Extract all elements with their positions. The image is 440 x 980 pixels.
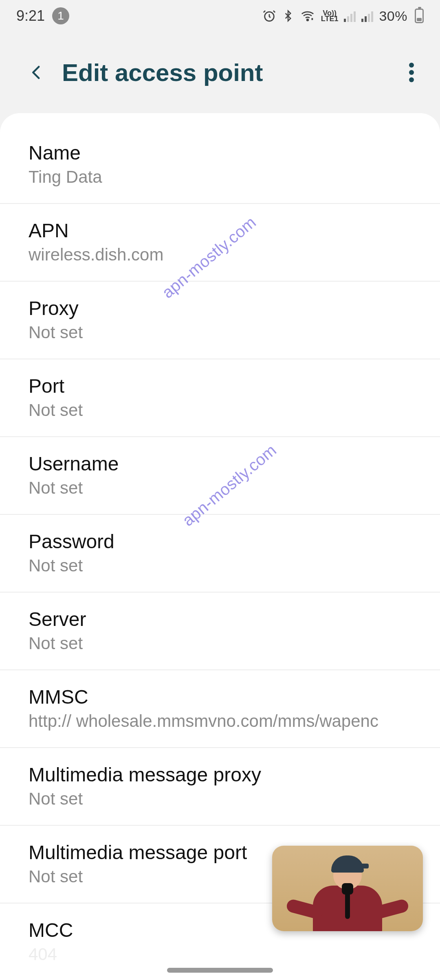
picture-in-picture-window[interactable] <box>272 846 423 931</box>
signal-bars-sim2-icon <box>361 10 373 22</box>
row-label: APN <box>29 219 411 242</box>
row-mms-proxy[interactable]: Multimedia message proxy Not set <box>0 748 440 826</box>
row-apn[interactable]: APN wireless.dish.com <box>0 204 440 282</box>
row-proxy[interactable]: Proxy Not set <box>0 282 440 359</box>
page-title: Edit access point <box>62 59 399 87</box>
alarm-icon <box>262 9 276 23</box>
row-label: Port <box>29 375 411 397</box>
chevron-left-icon <box>28 64 45 81</box>
row-value: wireless.dish.com <box>29 245 411 265</box>
row-value: Not set <box>29 400 411 420</box>
svg-point-2 <box>409 63 414 68</box>
app-header: Edit access point <box>0 32 440 113</box>
battery-icon <box>415 9 424 23</box>
svg-point-1 <box>307 19 308 21</box>
row-value: 404 <box>29 945 411 964</box>
row-value: Not set <box>29 634 411 653</box>
row-label: Multimedia message proxy <box>29 763 411 786</box>
row-label: Password <box>29 530 411 553</box>
svg-point-3 <box>409 70 414 75</box>
status-bar: 9:21 1 Vo)) LTE1 30% <box>0 0 440 32</box>
row-label: Proxy <box>29 297 411 319</box>
signal-bars-sim1-icon <box>344 10 356 22</box>
battery-percentage: 30% <box>379 8 407 24</box>
row-value: Not set <box>29 556 411 575</box>
row-value: http:// wholesale.mmsmvno.com/mms/wapenc <box>29 711 411 731</box>
row-value: Not set <box>29 478 411 498</box>
row-value: Ting Data <box>29 167 411 187</box>
row-username[interactable]: Username Not set <box>0 437 440 515</box>
more-vertical-icon <box>409 63 414 82</box>
svg-point-4 <box>409 77 414 82</box>
notification-count-badge: 1 <box>52 7 69 24</box>
row-value: Not set <box>29 323 411 342</box>
row-value: Not set <box>29 789 411 809</box>
back-button[interactable] <box>24 60 49 85</box>
row-server[interactable]: Server Not set <box>0 593 440 670</box>
row-label: Server <box>29 608 411 630</box>
bluetooth-icon <box>282 9 294 23</box>
volte-indicator: Vo)) LTE1 <box>321 10 339 22</box>
navigation-handle[interactable] <box>167 968 273 973</box>
row-password[interactable]: Password Not set <box>0 515 440 593</box>
pip-video-thumbnail <box>295 854 400 931</box>
row-label: Username <box>29 453 411 475</box>
wifi-icon <box>300 9 315 23</box>
row-mmsc[interactable]: MMSC http:// wholesale.mmsmvno.com/mms/w… <box>0 670 440 748</box>
status-time: 9:21 <box>16 7 45 24</box>
row-label: MMSC <box>29 686 411 708</box>
row-label: Name <box>29 142 411 164</box>
row-port[interactable]: Port Not set <box>0 359 440 437</box>
more-options-button[interactable] <box>399 60 424 85</box>
row-name[interactable]: Name Ting Data <box>0 121 440 204</box>
